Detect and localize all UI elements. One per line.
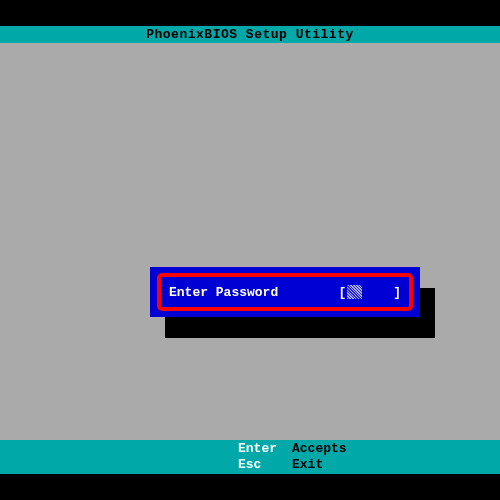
bracket-close: ]	[393, 285, 401, 300]
main-area: Enter Password [ ]	[0, 43, 500, 440]
footer-action-exit: Exit	[292, 457, 323, 473]
dialog-inner: Enter Password [ ]	[157, 273, 413, 311]
title-text: PhoenixBIOS Setup Utility	[146, 27, 354, 42]
footer-key-esc: Esc	[238, 457, 292, 473]
bracket-open: [	[338, 285, 346, 300]
password-input[interactable]	[347, 285, 392, 299]
footer-row-enter: Enter Accepts	[238, 441, 500, 457]
footer-key-enter: Enter	[238, 441, 292, 457]
password-label: Enter Password	[169, 285, 338, 300]
password-dialog: Enter Password [ ]	[150, 267, 420, 317]
cursor-icon	[347, 285, 362, 299]
password-field-wrapper: [ ]	[338, 285, 401, 300]
title-bar: PhoenixBIOS Setup Utility	[0, 26, 500, 43]
footer-bar: Enter Accepts Esc Exit	[0, 440, 500, 474]
footer-row-esc: Esc Exit	[238, 457, 500, 473]
footer-action-accepts: Accepts	[292, 441, 347, 457]
